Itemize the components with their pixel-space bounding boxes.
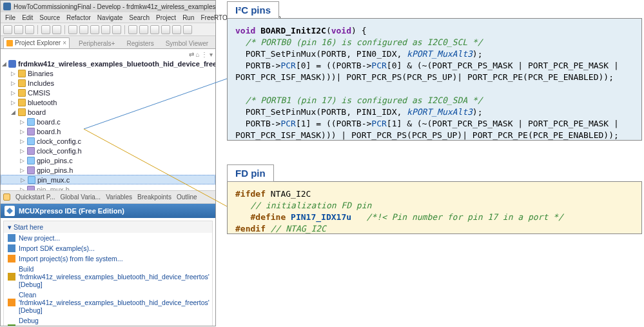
c-file-icon: [28, 176, 35, 184]
project-name[interactable]: frdmkw41z_wireless_examples_bluetooth_hi…: [18, 60, 215, 68]
start-import-sdk[interactable]: Import SDK example(s)...: [4, 243, 212, 253]
folder-icon: [18, 89, 26, 97]
project-explorer-icon: [6, 40, 13, 46]
tab-project-explorer[interactable]: Project Explorer×: [3, 37, 70, 48]
tree-controls[interactable]: ⇄ ⌂ ⋮ ▾: [1, 50, 215, 59]
close-icon[interactable]: ×: [63, 39, 66, 46]
toolbar-button[interactable]: [139, 25, 148, 34]
quickstart-panel: ▾ Start here New project... Import SDK e…: [1, 218, 215, 326]
start-new-project[interactable]: New project...: [4, 233, 212, 243]
toolbar-button[interactable]: [172, 25, 181, 34]
h-file-icon: [27, 166, 35, 174]
mcux-logo-icon: [5, 206, 15, 216]
h-file-icon: [27, 186, 35, 192]
project-icon: [8, 60, 16, 68]
start-debug[interactable]: Debug 'frdmkw41z_wireless_examples_bluet…: [4, 315, 212, 326]
folder-icon: [18, 79, 26, 87]
i2c-pins-label: I²C pins: [227, 1, 279, 19]
menubar[interactable]: File Edit Source Refactor Navigate Searc…: [1, 12, 215, 23]
c-file-icon: [27, 157, 35, 164]
c-file-icon: [27, 118, 35, 126]
tab-variables[interactable]: Variables: [106, 193, 132, 201]
quickstart-icon: [3, 193, 10, 201]
toolbar-button[interactable]: [41, 25, 50, 34]
folder-icon: [18, 99, 26, 106]
menu-refactor[interactable]: Refactor: [63, 14, 94, 21]
import-icon: [8, 255, 15, 263]
tab-symbol-viewer[interactable]: Symbol Viewer: [163, 39, 211, 48]
menu-navigate[interactable]: Navigate: [94, 14, 126, 21]
mcux-brand-bar: MCUXpresso IDE (Free Edition): [1, 204, 215, 218]
c-file-icon: [27, 137, 35, 145]
window-titlebar: HowToCommissioningFinal - Develop - frdm…: [1, 1, 215, 12]
tab-breakpoints[interactable]: Breakpoints: [137, 193, 171, 201]
tab-registers[interactable]: Registers: [124, 39, 156, 48]
fd-code-block: #ifdef NTAG_I2C // initialization FD pin…: [227, 181, 642, 234]
toolbar-button[interactable]: [101, 25, 110, 34]
tab-outline[interactable]: Outline: [177, 193, 197, 201]
fd-pin-label: FD pin: [227, 164, 274, 182]
i2c-code-block: void BOARD_InitI2C(void) { /* PORTB0 (pi…: [227, 18, 642, 141]
toolbar-button[interactable]: [183, 25, 192, 34]
h-file-icon: [27, 128, 35, 135]
new-project-icon: [8, 234, 15, 242]
start-build[interactable]: Build 'frdmkw41z_wireless_examples_bluet…: [4, 264, 212, 290]
tab-quickstart[interactable]: Quickstart P...: [15, 193, 55, 201]
tree-selected-file[interactable]: ▷pin_mux.c: [1, 175, 215, 184]
toolbar-button[interactable]: [150, 25, 159, 34]
bottom-view-tabbar: Quickstart P... Global Varia... Variable…: [1, 191, 215, 204]
toolbar-button[interactable]: [161, 25, 170, 34]
menu-edit[interactable]: Edit: [19, 14, 36, 21]
ide-window: HowToCommissioningFinal - Develop - frdm…: [0, 0, 216, 326]
folder-icon: [18, 108, 26, 116]
import-sdk-icon: [8, 244, 15, 252]
toolbar-button[interactable]: [128, 25, 137, 34]
toolbar-button[interactable]: [14, 25, 23, 34]
start-clean[interactable]: Clean 'frdmkw41z_wireless_examples_bluet…: [4, 290, 212, 315]
toolbar-button[interactable]: [52, 25, 61, 34]
menu-project[interactable]: Project: [153, 14, 179, 21]
toolbar-button[interactable]: [25, 25, 34, 34]
menu-run[interactable]: Run: [179, 14, 197, 21]
start-import-files[interactable]: Import project(s) from file system...: [4, 253, 212, 264]
h-file-icon: [27, 147, 35, 155]
toolbar-button[interactable]: [90, 25, 99, 34]
folder-icon: [18, 70, 26, 77]
project-explorer-tree[interactable]: ⇄ ⌂ ⋮ ▾ ◢frdmkw41z_wireless_examples_blu…: [1, 49, 215, 191]
menu-search[interactable]: Search: [126, 14, 153, 21]
tab-peripherals[interactable]: Peripherals+: [76, 39, 117, 48]
toolbar-button[interactable]: [3, 25, 12, 34]
clean-icon: [8, 299, 15, 306]
app-icon: [3, 3, 11, 10]
toolbar-row-1: [1, 23, 215, 36]
tab-global-vars[interactable]: Global Varia...: [61, 193, 101, 201]
menu-file[interactable]: File: [2, 14, 19, 21]
debug-icon: [8, 324, 15, 326]
window-title: HowToCommissioningFinal - Develop - frdm…: [14, 3, 215, 10]
view-tabbar: Project Explorer× Peripherals+ Registers…: [1, 36, 215, 49]
start-here-header[interactable]: ▾ Start here: [4, 221, 212, 233]
build-icon: [8, 273, 15, 281]
toolbar-button[interactable]: [68, 25, 77, 34]
toolbar-button[interactable]: [112, 25, 121, 34]
toolbar-button[interactable]: [79, 25, 88, 34]
menu-source[interactable]: Source: [36, 14, 63, 21]
